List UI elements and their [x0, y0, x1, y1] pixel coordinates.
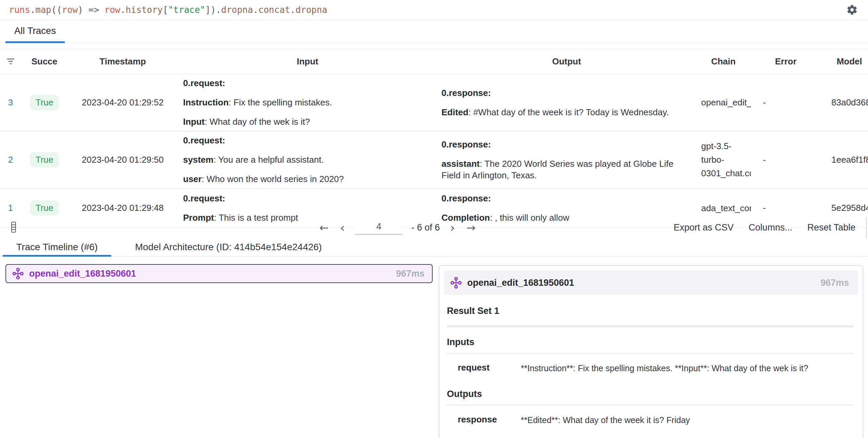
previous-page-button[interactable]: ‹	[339, 223, 346, 233]
error-value: -	[763, 203, 766, 213]
row-index-link[interactable]: 1	[8, 203, 13, 213]
model-value: 1eea6f1f8	[831, 155, 868, 165]
error-cell: -	[751, 97, 821, 108]
export-csv-button[interactable]: Export as CSV	[674, 222, 734, 233]
code-token: ]).	[205, 5, 221, 15]
traces-tab-bar: All Traces	[0, 20, 868, 43]
model-cell: 83a0d368	[821, 97, 868, 108]
row-index-link[interactable]: 3	[8, 97, 13, 108]
code-token: .	[253, 5, 258, 15]
scrollbar[interactable]	[866, 217, 867, 238]
success-badge: True	[30, 152, 59, 167]
tab-all-traces[interactable]: All Traces	[5, 20, 65, 43]
input-text: : What day of the wek is it?	[205, 117, 310, 127]
last-page-button[interactable]: →	[465, 221, 477, 234]
model-value: 83a0d368	[831, 97, 868, 107]
output-key: 0.response:	[441, 88, 491, 98]
output-key: assistant	[441, 159, 480, 169]
columns-button[interactable]: Columns...	[749, 222, 792, 233]
output-key: 0.response:	[441, 139, 491, 150]
column-header-output[interactable]: Output	[437, 56, 696, 67]
code-token: concat	[258, 5, 290, 15]
detail-body: Result Set 1 Inputs request **Instructio…	[444, 306, 858, 438]
span-duration: 967ms	[396, 268, 425, 279]
chain-cell: gpt-3.5- turbo- 0301_chat.co	[696, 139, 751, 180]
code-token: .	[30, 5, 36, 15]
filter-icon	[6, 58, 15, 65]
input-key: 0.request:	[183, 135, 225, 145]
code-token: map	[35, 5, 51, 15]
tab-trace-timeline[interactable]: Trace Timeline (#6)	[3, 239, 111, 257]
column-header-success[interactable]: Succe	[21, 56, 68, 67]
detail-span-duration: 967ms	[821, 278, 849, 288]
input-key: 0.request:	[183, 193, 225, 203]
code-token: history	[125, 5, 163, 15]
chain-line: 0301_chat.co	[701, 166, 751, 180]
gear-icon	[846, 4, 858, 16]
page-number-input[interactable]	[355, 221, 402, 235]
chain-line: openai_edit_	[701, 96, 751, 109]
row-density-icon	[10, 221, 17, 233]
code-token: dropna	[221, 5, 253, 15]
settings-button[interactable]	[846, 3, 859, 16]
detail-value: **Instruction**: Fix the spelling mistak…	[521, 362, 854, 374]
input-key: system	[183, 155, 214, 165]
detail-key: response	[447, 414, 521, 426]
reset-table-button[interactable]: Reset Table	[807, 222, 855, 233]
filter-header[interactable]	[0, 58, 21, 65]
code-token: "trace"	[168, 5, 205, 15]
tab-model-architecture[interactable]: Model Architecture (ID: 414b54e154e24426…	[121, 239, 335, 257]
success-badge: True	[30, 95, 59, 110]
input-key: Input	[183, 117, 205, 127]
error-cell: -	[751, 155, 821, 165]
table-row[interactable]: 3 True 2023-04-20 01:29:52 0.request: In…	[0, 74, 868, 131]
divider	[447, 325, 854, 327]
success-badge: True	[30, 200, 59, 216]
next-page-button[interactable]: ›	[449, 223, 456, 233]
input-key: Instruction	[183, 97, 229, 107]
table-header-row: Succe Timestamp Input Output Chain Error…	[0, 49, 868, 74]
code-token: dropna	[295, 5, 327, 15]
trace-debug-page: { "query_bar": { "tokens": [ {"text": "r…	[0, 0, 868, 438]
detail-span-name: openai_edit_1681950601	[467, 278, 574, 288]
query-expression[interactable]: runs.map((row) => row.history["trace"]).…	[9, 5, 327, 15]
table-actions: Export as CSV Columns... Reset Table	[674, 216, 855, 239]
column-header-input[interactable]: Input	[178, 56, 437, 67]
error-value: -	[763, 97, 766, 107]
detail-value: **Edited**: What day of the week it is? …	[521, 414, 854, 426]
traces-table: Succe Timestamp Input Output Chain Error…	[0, 49, 868, 228]
input-cell: 0.request: system: You are a helpful ass…	[178, 131, 437, 188]
span-name: openai_edit_1681950601	[29, 268, 136, 279]
model-cell: 1eea6f1f8	[821, 155, 868, 165]
column-header-chain[interactable]: Chain	[696, 56, 751, 67]
code-token: ) =>	[78, 5, 104, 15]
table-row[interactable]: 2 True 2023-04-20 01:29:50 0.request: sy…	[0, 131, 868, 188]
row-density-button[interactable]	[10, 221, 17, 233]
detail-row-request: request **Instruction**: Fix the spellin…	[447, 354, 854, 389]
code-token: ((	[51, 5, 62, 15]
row-index-link[interactable]: 2	[8, 155, 13, 165]
code-token: row	[104, 5, 120, 15]
chain-line: turbo-	[701, 153, 751, 166]
timestamp-cell: 2023-04-20 01:29:50	[82, 155, 163, 165]
detail-row-response: response **Edited**: What day of the wee…	[447, 405, 854, 438]
first-page-button[interactable]: ←	[318, 221, 330, 234]
chain-line: gpt-3.5-	[701, 139, 751, 153]
code-token: row	[62, 5, 78, 15]
page-range-label: - 6 of 6	[411, 222, 440, 233]
output-key: Edited	[441, 107, 468, 117]
table-footer: ← ‹ - 6 of 6 › → Export as CSV Columns..…	[0, 216, 868, 239]
timeline-span-bar[interactable]: openai_edit_1681950601 967ms	[5, 264, 433, 283]
column-header-timestamp[interactable]: Timestamp	[68, 56, 178, 67]
detail-key: request	[447, 362, 521, 374]
result-set-heading: Result Set 1	[447, 306, 854, 316]
trace-detail-panel: openai_edit_1681950601 967ms Result Set …	[439, 265, 863, 438]
input-text: : You are a helpful assistant.	[214, 155, 324, 165]
trace-timeline-panel: openai_edit_1681950601 967ms	[5, 264, 433, 435]
outputs-heading: Outputs	[447, 389, 854, 399]
column-header-model[interactable]: Model	[821, 56, 868, 67]
input-text: : Fix the spelling mistakes.	[229, 97, 332, 107]
column-header-error[interactable]: Error	[751, 56, 821, 67]
code-token: .	[290, 5, 296, 15]
model-cell: 5e2958d4	[821, 203, 868, 213]
